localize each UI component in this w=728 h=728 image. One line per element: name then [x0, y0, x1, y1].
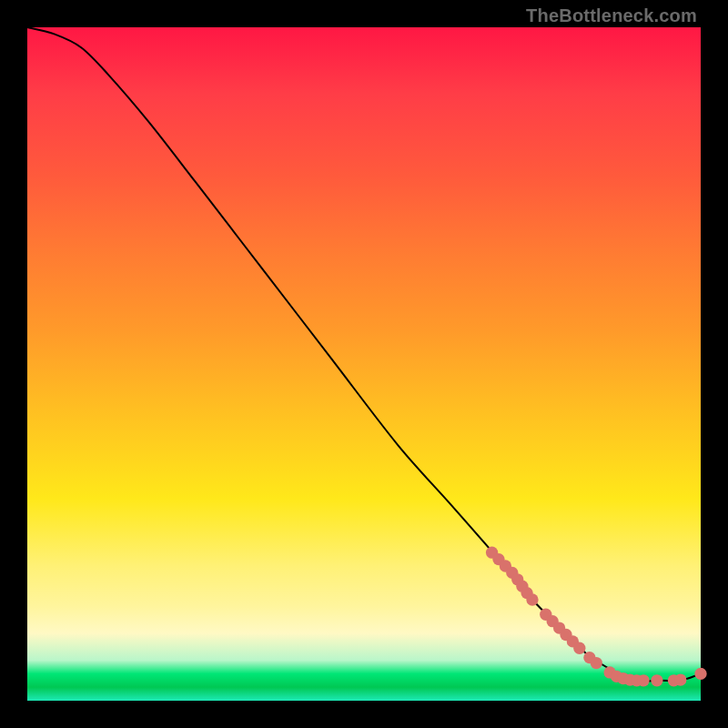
watermark-text: TheBottleneck.com: [526, 5, 697, 26]
marker-point: [694, 668, 706, 680]
marker-point: [674, 673, 686, 685]
curve-layer: [27, 27, 701, 701]
plot-area: [27, 27, 701, 701]
marker-point: [526, 593, 538, 605]
marker-point: [651, 674, 662, 686]
marker-point: [573, 642, 585, 654]
chart-stage: TheBottleneck.com: [0, 0, 728, 728]
marker-point: [591, 657, 602, 669]
highlight-markers: [486, 547, 707, 687]
bottleneck-curve: [27, 27, 701, 682]
marker-point: [637, 674, 649, 686]
